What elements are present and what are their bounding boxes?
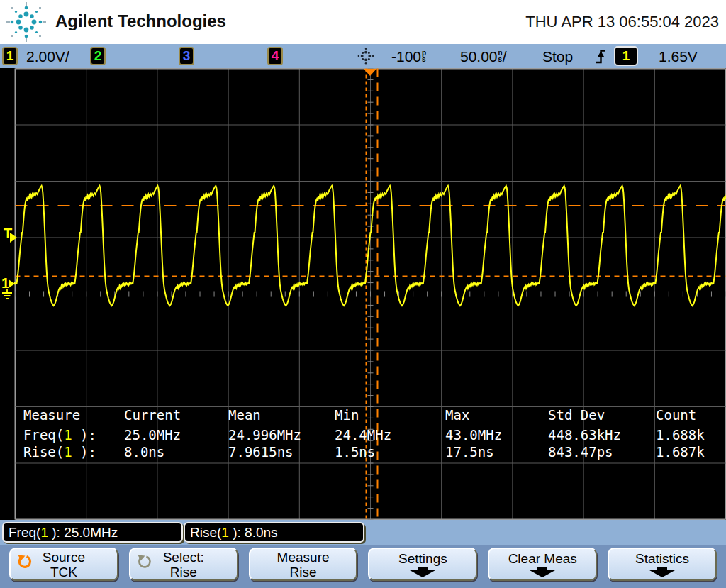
channel-1-badge: 1 bbox=[2, 47, 18, 65]
down-arrow-icon bbox=[649, 567, 676, 577]
down-arrow-icon bbox=[529, 567, 556, 577]
trigger-level-readout: 1.65V bbox=[659, 48, 698, 65]
ground-symbol-icon bbox=[1, 289, 16, 301]
acquisition-status: Stop bbox=[542, 48, 573, 65]
softkey-measure[interactable]: Measure Rise bbox=[249, 548, 358, 581]
softkey-source[interactable]: Source TCK bbox=[9, 548, 118, 581]
timebase-readout: 50.00ns/ bbox=[460, 48, 507, 65]
softkey-label: Clear Meas bbox=[508, 551, 577, 566]
channel-1-scale: 2.00V/ bbox=[26, 48, 69, 65]
delay-readout: -100ps bbox=[391, 48, 426, 65]
rotary-knob-icon bbox=[17, 554, 33, 570]
channel-4-badge: 4 bbox=[267, 47, 283, 65]
channel-3-badge: 3 bbox=[179, 47, 194, 65]
softkey-label: Settings bbox=[398, 551, 447, 566]
system-spark-icon bbox=[356, 46, 376, 66]
agilent-spark-logo-icon bbox=[6, 1, 47, 43]
channel-1-ground-arrow-icon bbox=[9, 279, 15, 288]
softkey-value: Rise bbox=[290, 565, 317, 579]
header-bar: Agilent Technologies THU APR 13 06:55:04… bbox=[0, 0, 726, 44]
trigger-source-badge: 1 bbox=[614, 46, 638, 66]
softkey-label: Statistics bbox=[635, 551, 689, 566]
softkey-value: TCK bbox=[50, 565, 77, 579]
datetime-display: THU APR 13 06:55:04 2023 bbox=[525, 13, 719, 31]
softkey-menu: Source TCK Select: Rise Measure Rise Set… bbox=[0, 545, 726, 588]
softkey-label: Select: bbox=[163, 550, 204, 565]
trigger-level-arrow-icon bbox=[10, 233, 17, 243]
oscilloscope-screen: Agilent Technologies THU APR 13 06:55:04… bbox=[0, 0, 726, 588]
softkey-label: Source bbox=[43, 550, 85, 565]
softkey-settings[interactable]: Settings bbox=[368, 548, 477, 581]
softkey-label: Measure bbox=[277, 550, 330, 565]
trigger-edge-icon bbox=[595, 48, 607, 65]
readout-bar: Freq(1 ): 25.0MHz Rise(1 ): 8.0ns bbox=[0, 520, 726, 545]
freq-readout-box: Freq(1 ): 25.0MHz bbox=[2, 522, 183, 543]
softkey-clear-meas[interactable]: Clear Meas bbox=[488, 548, 597, 581]
waveform-display: T 1 MeasureCurrentMeanMinMaxStd DevCount… bbox=[0, 68, 726, 520]
softkey-statistics[interactable]: Statistics bbox=[608, 548, 717, 581]
channel-2-badge: 2 bbox=[90, 47, 106, 65]
brand-title: Agilent Technologies bbox=[55, 11, 226, 31]
softkey-value: Rise bbox=[170, 565, 197, 579]
rise-readout-box: Rise(1 ): 8.0ns bbox=[184, 522, 364, 543]
down-arrow-icon bbox=[409, 567, 436, 577]
softkey-select[interactable]: Select: Rise bbox=[129, 548, 238, 581]
rotary-knob-icon bbox=[137, 554, 152, 570]
